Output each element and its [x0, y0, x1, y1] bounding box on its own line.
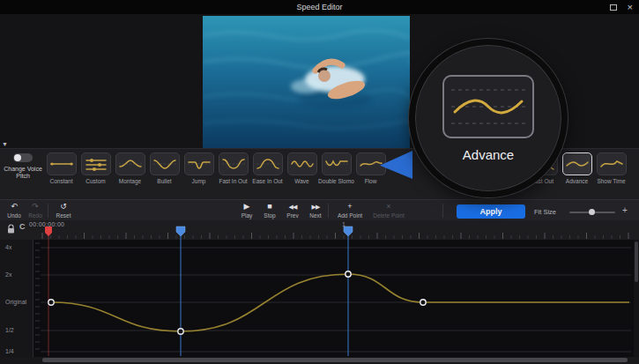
prev-button[interactable]: ◀◀ Prev: [282, 202, 303, 219]
preset-constant[interactable]: Constant: [44, 152, 78, 184]
preset-label: Double Slomo: [318, 178, 354, 184]
title-bar[interactable]: Speed Editor ×: [0, 0, 639, 14]
preset-label: Wave: [294, 178, 308, 184]
preset-wave[interactable]: Wave: [285, 152, 319, 184]
toolbar-divider: [48, 204, 48, 218]
stop-button[interactable]: ■ Stop: [259, 202, 280, 219]
curve-tool-icon[interactable]: C: [19, 222, 26, 231]
speed-editor-window: Speed Editor ×: [0, 0, 639, 364]
toggle-knob: [14, 154, 21, 161]
speed-label-4x: 4x: [5, 244, 11, 250]
voice-pitch-label: Change Voice Pitch: [4, 166, 42, 180]
horizontal-scrollbar[interactable]: [0, 357, 639, 364]
stop-icon: ■: [267, 202, 271, 212]
advance-curve-icon: [562, 152, 592, 175]
timecode: 00:00:00:00: [29, 221, 64, 227]
curve-canvas[interactable]: [33, 240, 634, 357]
preset-label: Custom: [85, 178, 105, 184]
window-title: Speed Editor: [296, 3, 342, 11]
lock-icon[interactable]: [6, 222, 16, 238]
timeline-header: C 00:00:00:00 1: [0, 220, 639, 240]
jump-curve-icon: [184, 152, 214, 175]
vertical-scrollbar[interactable]: [634, 240, 639, 357]
fit-size-label: Fit Size: [534, 208, 556, 216]
video-preview-swimmer: [203, 16, 410, 148]
zoom-in-icon[interactable]: +: [622, 205, 628, 215]
apply-button[interactable]: Apply: [457, 204, 525, 219]
speed-label-quarter: 1/4: [5, 348, 14, 354]
next-icon: ▶▶: [312, 202, 320, 212]
fit-size-slider[interactable]: [569, 212, 615, 213]
speed-label-2x: 2x: [5, 271, 11, 278]
play-icon: ▶: [244, 202, 250, 212]
collapse-panel-icon[interactable]: ▼: [2, 141, 8, 147]
wave-curve-icon: [287, 152, 317, 175]
close-icon[interactable]: ×: [628, 3, 633, 12]
advance-preset-magnifier: Advance: [409, 39, 568, 197]
add-point-icon: +: [347, 202, 352, 212]
flow-curve-icon: [356, 152, 386, 175]
vertical-scrollbar-thumb[interactable]: [635, 241, 638, 282]
redo-icon: ↷: [32, 202, 39, 212]
preset-label: Flow: [365, 178, 377, 184]
speed-label-half: 1/2: [5, 327, 14, 333]
preset-label: Ease In Out: [252, 178, 282, 184]
next-button[interactable]: ▶▶ Next: [305, 202, 326, 219]
bullet-curve-icon: [150, 152, 180, 175]
advance-curve-zoomed-icon: [442, 75, 534, 138]
maximize-icon[interactable]: [610, 4, 617, 11]
constant-curve-icon: [47, 152, 77, 175]
preset-ease-in-out[interactable]: Ease In Out: [250, 152, 285, 184]
preset-double-slomo[interactable]: Double Slomo: [319, 152, 353, 184]
speed-curve-timeline: C 00:00:00:00 1 4x 2x Original 1/2 1/4: [0, 220, 639, 364]
prev-icon: ◀◀: [289, 202, 297, 212]
preset-fast-in-out[interactable]: Fast In Out: [216, 152, 250, 184]
custom-sliders-icon: [81, 152, 111, 175]
add-point-button[interactable]: + Add Point: [333, 202, 367, 219]
magnifier-preset-label: Advance: [463, 147, 514, 162]
speed-label-original: Original: [5, 299, 26, 305]
preset-label: Advance: [566, 178, 588, 184]
toolbar-divider: [328, 204, 329, 218]
preset-flow[interactable]: Flow: [353, 152, 388, 184]
preset-custom[interactable]: Custom: [78, 152, 113, 184]
ruler-second-label: 1: [342, 221, 346, 227]
preset-show-time[interactable]: Show Time: [594, 152, 628, 184]
voice-pitch-control: Change Voice Pitch: [4, 153, 42, 180]
preset-jump[interactable]: Jump: [182, 152, 216, 184]
preset-label: Montage: [119, 178, 141, 184]
preset-label: Bullet: [157, 178, 171, 184]
preset-label: Show Time: [597, 178, 625, 184]
delete-point-icon: ×: [386, 202, 390, 212]
preset-bullet[interactable]: Bullet: [147, 152, 182, 184]
swimmer-video-frame: [203, 16, 410, 148]
delete-point-button[interactable]: × Delete Point: [368, 202, 409, 219]
ease-in-out-curve-icon: [253, 152, 283, 175]
toolbar: ↶ Undo ↷ Redo ↺ Reset ▶ Play ■ Stop ◀◀ P…: [0, 199, 639, 220]
fit-size-slider-thumb[interactable]: [589, 209, 595, 215]
preset-label: Jump: [192, 178, 206, 184]
reset-icon: ↺: [60, 202, 67, 212]
preset-montage[interactable]: Montage: [113, 152, 147, 184]
montage-curve-icon: [115, 152, 145, 175]
undo-icon: ↶: [11, 202, 18, 212]
play-button[interactable]: ▶ Play: [236, 202, 257, 219]
preset-label: Constant: [49, 178, 72, 184]
horizontal-scrollbar-thumb[interactable]: [42, 358, 628, 362]
undo-button[interactable]: ↶ Undo: [4, 202, 25, 219]
redo-button[interactable]: ↷ Redo: [25, 202, 46, 219]
show-time-curve-icon: [597, 152, 627, 175]
double-slomo-curve-icon: [322, 152, 352, 175]
preset-advance[interactable]: Advance: [560, 152, 594, 184]
fast-in-out-curve-icon: [219, 152, 249, 175]
toolbar-divider: [442, 204, 443, 218]
voice-pitch-toggle[interactable]: [13, 153, 33, 162]
reset-button[interactable]: ↺ Reset: [53, 202, 74, 219]
preset-label: Fast In Out: [219, 178, 247, 184]
speed-scale-gutter: 4x 2x Original 1/2 1/4: [0, 240, 33, 357]
